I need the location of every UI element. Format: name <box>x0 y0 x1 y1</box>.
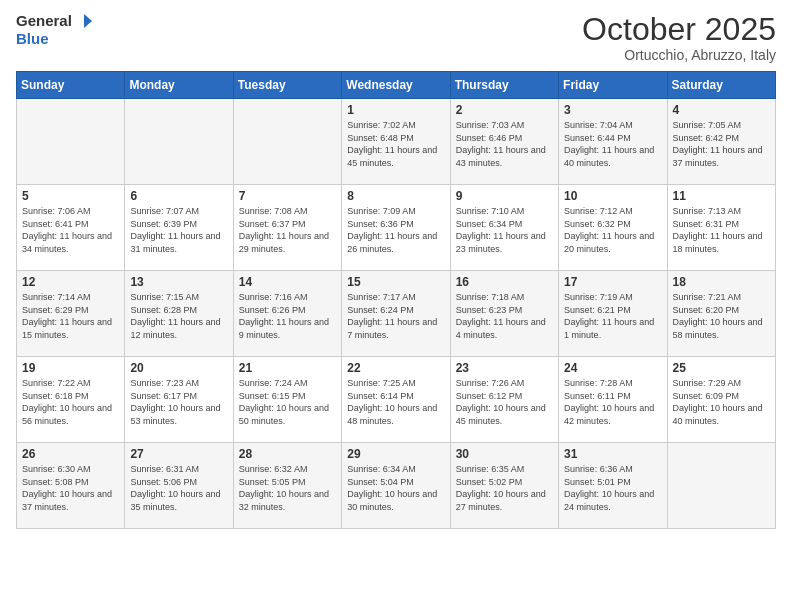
day-number: 1 <box>347 103 444 117</box>
calendar-cell <box>667 443 775 529</box>
calendar-cell <box>233 99 341 185</box>
day-info: Sunrise: 7:17 AMSunset: 6:24 PMDaylight:… <box>347 291 444 341</box>
day-number: 8 <box>347 189 444 203</box>
calendar-cell: 7Sunrise: 7:08 AMSunset: 6:37 PMDaylight… <box>233 185 341 271</box>
calendar-cell: 14Sunrise: 7:16 AMSunset: 6:26 PMDayligh… <box>233 271 341 357</box>
calendar-cell: 11Sunrise: 7:13 AMSunset: 6:31 PMDayligh… <box>667 185 775 271</box>
calendar-cell: 26Sunrise: 6:30 AMSunset: 5:08 PMDayligh… <box>17 443 125 529</box>
day-number: 19 <box>22 361 119 375</box>
day-number: 20 <box>130 361 227 375</box>
day-info: Sunrise: 7:04 AMSunset: 6:44 PMDaylight:… <box>564 119 661 169</box>
day-number: 14 <box>239 275 336 289</box>
calendar-cell: 22Sunrise: 7:25 AMSunset: 6:14 PMDayligh… <box>342 357 450 443</box>
calendar-cell <box>125 99 233 185</box>
day-info: Sunrise: 7:26 AMSunset: 6:12 PMDaylight:… <box>456 377 553 427</box>
day-info: Sunrise: 7:09 AMSunset: 6:36 PMDaylight:… <box>347 205 444 255</box>
calendar-cell: 15Sunrise: 7:17 AMSunset: 6:24 PMDayligh… <box>342 271 450 357</box>
calendar-cell: 27Sunrise: 6:31 AMSunset: 5:06 PMDayligh… <box>125 443 233 529</box>
calendar-cell: 16Sunrise: 7:18 AMSunset: 6:23 PMDayligh… <box>450 271 558 357</box>
day-number: 9 <box>456 189 553 203</box>
calendar-cell: 17Sunrise: 7:19 AMSunset: 6:21 PMDayligh… <box>559 271 667 357</box>
day-info: Sunrise: 6:36 AMSunset: 5:01 PMDaylight:… <box>564 463 661 513</box>
day-number: 21 <box>239 361 336 375</box>
day-info: Sunrise: 7:21 AMSunset: 6:20 PMDaylight:… <box>673 291 770 341</box>
day-number: 6 <box>130 189 227 203</box>
calendar-cell: 3Sunrise: 7:04 AMSunset: 6:44 PMDaylight… <box>559 99 667 185</box>
col-thursday: Thursday <box>450 72 558 99</box>
calendar-cell: 30Sunrise: 6:35 AMSunset: 5:02 PMDayligh… <box>450 443 558 529</box>
day-info: Sunrise: 7:02 AMSunset: 6:48 PMDaylight:… <box>347 119 444 169</box>
day-info: Sunrise: 7:12 AMSunset: 6:32 PMDaylight:… <box>564 205 661 255</box>
calendar-cell: 9Sunrise: 7:10 AMSunset: 6:34 PMDaylight… <box>450 185 558 271</box>
day-number: 30 <box>456 447 553 461</box>
calendar-cell: 12Sunrise: 7:14 AMSunset: 6:29 PMDayligh… <box>17 271 125 357</box>
day-number: 26 <box>22 447 119 461</box>
main-title: October 2025 <box>582 12 776 47</box>
calendar-cell: 5Sunrise: 7:06 AMSunset: 6:41 PMDaylight… <box>17 185 125 271</box>
day-info: Sunrise: 7:28 AMSunset: 6:11 PMDaylight:… <box>564 377 661 427</box>
calendar-cell: 1Sunrise: 7:02 AMSunset: 6:48 PMDaylight… <box>342 99 450 185</box>
day-info: Sunrise: 6:35 AMSunset: 5:02 PMDaylight:… <box>456 463 553 513</box>
calendar-cell: 18Sunrise: 7:21 AMSunset: 6:20 PMDayligh… <box>667 271 775 357</box>
header: General Blue October 2025 Ortucchio, Abr… <box>16 12 776 63</box>
day-number: 4 <box>673 103 770 117</box>
calendar-cell: 19Sunrise: 7:22 AMSunset: 6:18 PMDayligh… <box>17 357 125 443</box>
calendar-week-row: 12Sunrise: 7:14 AMSunset: 6:29 PMDayligh… <box>17 271 776 357</box>
calendar-cell: 20Sunrise: 7:23 AMSunset: 6:17 PMDayligh… <box>125 357 233 443</box>
day-number: 24 <box>564 361 661 375</box>
day-info: Sunrise: 7:13 AMSunset: 6:31 PMDaylight:… <box>673 205 770 255</box>
day-number: 23 <box>456 361 553 375</box>
header-row: Sunday Monday Tuesday Wednesday Thursday… <box>17 72 776 99</box>
day-number: 5 <box>22 189 119 203</box>
day-info: Sunrise: 7:05 AMSunset: 6:42 PMDaylight:… <box>673 119 770 169</box>
day-number: 29 <box>347 447 444 461</box>
calendar-table: Sunday Monday Tuesday Wednesday Thursday… <box>16 71 776 529</box>
day-info: Sunrise: 7:06 AMSunset: 6:41 PMDaylight:… <box>22 205 119 255</box>
day-info: Sunrise: 6:32 AMSunset: 5:05 PMDaylight:… <box>239 463 336 513</box>
day-number: 13 <box>130 275 227 289</box>
day-info: Sunrise: 7:14 AMSunset: 6:29 PMDaylight:… <box>22 291 119 341</box>
day-number: 10 <box>564 189 661 203</box>
col-monday: Monday <box>125 72 233 99</box>
day-info: Sunrise: 6:30 AMSunset: 5:08 PMDaylight:… <box>22 463 119 513</box>
day-info: Sunrise: 6:34 AMSunset: 5:04 PMDaylight:… <box>347 463 444 513</box>
col-saturday: Saturday <box>667 72 775 99</box>
calendar-cell: 10Sunrise: 7:12 AMSunset: 6:32 PMDayligh… <box>559 185 667 271</box>
day-info: Sunrise: 7:10 AMSunset: 6:34 PMDaylight:… <box>456 205 553 255</box>
day-info: Sunrise: 7:18 AMSunset: 6:23 PMDaylight:… <box>456 291 553 341</box>
day-number: 11 <box>673 189 770 203</box>
logo: General Blue <box>16 12 92 48</box>
calendar-cell: 23Sunrise: 7:26 AMSunset: 6:12 PMDayligh… <box>450 357 558 443</box>
calendar-cell: 6Sunrise: 7:07 AMSunset: 6:39 PMDaylight… <box>125 185 233 271</box>
calendar-cell <box>17 99 125 185</box>
calendar-week-row: 5Sunrise: 7:06 AMSunset: 6:41 PMDaylight… <box>17 185 776 271</box>
calendar-cell: 31Sunrise: 6:36 AMSunset: 5:01 PMDayligh… <box>559 443 667 529</box>
day-info: Sunrise: 7:03 AMSunset: 6:46 PMDaylight:… <box>456 119 553 169</box>
day-number: 16 <box>456 275 553 289</box>
title-block: October 2025 Ortucchio, Abruzzo, Italy <box>582 12 776 63</box>
calendar-cell: 4Sunrise: 7:05 AMSunset: 6:42 PMDaylight… <box>667 99 775 185</box>
day-info: Sunrise: 7:15 AMSunset: 6:28 PMDaylight:… <box>130 291 227 341</box>
subtitle: Ortucchio, Abruzzo, Italy <box>582 47 776 63</box>
calendar-week-row: 19Sunrise: 7:22 AMSunset: 6:18 PMDayligh… <box>17 357 776 443</box>
day-number: 3 <box>564 103 661 117</box>
col-friday: Friday <box>559 72 667 99</box>
day-number: 17 <box>564 275 661 289</box>
day-info: Sunrise: 7:19 AMSunset: 6:21 PMDaylight:… <box>564 291 661 341</box>
col-tuesday: Tuesday <box>233 72 341 99</box>
calendar-cell: 13Sunrise: 7:15 AMSunset: 6:28 PMDayligh… <box>125 271 233 357</box>
day-number: 28 <box>239 447 336 461</box>
svg-marker-0 <box>84 14 92 28</box>
calendar-cell: 25Sunrise: 7:29 AMSunset: 6:09 PMDayligh… <box>667 357 775 443</box>
day-number: 27 <box>130 447 227 461</box>
calendar-cell: 2Sunrise: 7:03 AMSunset: 6:46 PMDaylight… <box>450 99 558 185</box>
calendar-cell: 8Sunrise: 7:09 AMSunset: 6:36 PMDaylight… <box>342 185 450 271</box>
day-info: Sunrise: 7:24 AMSunset: 6:15 PMDaylight:… <box>239 377 336 427</box>
col-wednesday: Wednesday <box>342 72 450 99</box>
day-info: Sunrise: 7:16 AMSunset: 6:26 PMDaylight:… <box>239 291 336 341</box>
logo-text: General Blue <box>16 12 92 48</box>
day-number: 22 <box>347 361 444 375</box>
calendar-cell: 21Sunrise: 7:24 AMSunset: 6:15 PMDayligh… <box>233 357 341 443</box>
day-number: 15 <box>347 275 444 289</box>
day-number: 7 <box>239 189 336 203</box>
